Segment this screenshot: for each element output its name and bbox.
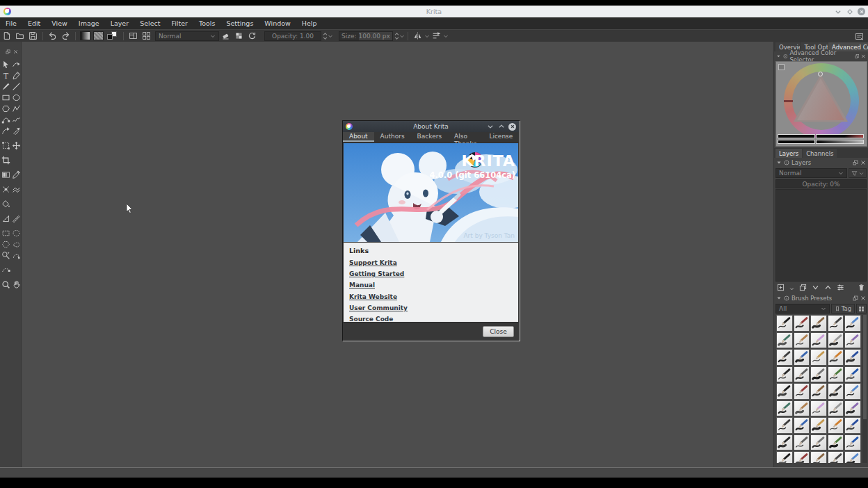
brush-preset-thumbnail[interactable] — [810, 315, 827, 332]
duplicate-layer-icon[interactable] — [799, 284, 807, 291]
preset-filter-dropdown[interactable]: All — [775, 304, 830, 314]
tab-about[interactable]: About — [343, 131, 374, 142]
chevron-down-icon[interactable] — [443, 33, 449, 39]
preset-scrollbar[interactable] — [862, 315, 867, 463]
menu-item-layer[interactable]: Layer — [105, 17, 135, 29]
brush-preset-thumbnail[interactable] — [844, 434, 861, 451]
brush-preset-thumbnail[interactable] — [776, 366, 793, 383]
brush-preset-thumbnail[interactable] — [810, 400, 827, 417]
tool-dynamic-brush[interactable] — [1, 126, 11, 136]
eraser-icon[interactable] — [220, 31, 232, 41]
tool-line[interactable] — [11, 81, 22, 92]
tab-also-thanks-to[interactable]: Also Thanks To — [448, 131, 483, 142]
brush-preset-thumbnail[interactable] — [844, 383, 861, 400]
tool-edit-shapes[interactable] — [11, 59, 22, 70]
brush-preset-thumbnail[interactable] — [828, 434, 844, 451]
brush-preset-thumbnail[interactable] — [828, 400, 844, 417]
display-mode-button[interactable] — [856, 304, 867, 314]
blend-mode-dropdown[interactable]: Normal — [155, 31, 219, 41]
brush-preset-thumbnail[interactable] — [828, 332, 844, 349]
wrap-around-icon[interactable] — [431, 31, 442, 41]
float-docker-icon[interactable] — [853, 160, 858, 165]
tool-pattern-edit[interactable] — [1, 184, 11, 195]
new-document-icon[interactable] — [1, 31, 13, 41]
brush-preset-thumbnail[interactable] — [844, 417, 861, 434]
tag-button[interactable]: Tag — [831, 304, 855, 314]
tool-assistants[interactable] — [1, 213, 11, 224]
brush-preset-thumbnail[interactable] — [794, 417, 810, 434]
layer-opacity-slider[interactable]: Opacity: 0% — [775, 179, 867, 188]
brush-preset-thumbnail[interactable] — [794, 366, 810, 383]
tool-move[interactable] — [11, 140, 22, 151]
tool-freehand-brush[interactable] — [1, 81, 11, 92]
brush-preset-thumbnail[interactable] — [844, 332, 861, 349]
menu-item-image[interactable]: Image — [73, 17, 105, 29]
brush-preset-thumbnail[interactable] — [810, 366, 827, 383]
brush-preset-thumbnail[interactable] — [794, 383, 810, 400]
menu-item-help[interactable]: Help — [296, 17, 323, 29]
move-layer-up-icon[interactable] — [824, 284, 832, 291]
menu-item-filter[interactable]: Filter — [166, 17, 193, 29]
brush-preset-thumbnail[interactable] — [794, 451, 810, 463]
brush-preset-thumbnail[interactable] — [828, 383, 844, 400]
tab-channels[interactable]: Channels — [803, 149, 837, 158]
menu-item-file[interactable]: File — [0, 17, 22, 29]
tab-authors[interactable]: Authors — [374, 131, 411, 142]
brush-preset-thumbnail[interactable] — [844, 400, 861, 417]
tool-magnetic-select[interactable] — [11, 250, 22, 261]
brush-preset-thumbnail[interactable] — [794, 315, 810, 332]
redo-icon[interactable] — [60, 31, 72, 41]
layers-docker-header[interactable]: Layers — [774, 158, 868, 167]
tool-rect-select[interactable] — [1, 228, 11, 238]
shade-strip[interactable] — [816, 140, 864, 144]
menu-item-edit[interactable]: Edit — [22, 17, 46, 29]
brush-preset-thumbnail[interactable] — [828, 349, 844, 366]
menu-item-view[interactable]: View — [46, 17, 73, 29]
brush-preset-thumbnail[interactable] — [828, 417, 844, 434]
float-docker-icon[interactable] — [6, 44, 10, 57]
foreground-background-swatches[interactable] — [107, 31, 118, 41]
brush-preset-thumbnail[interactable] — [828, 366, 844, 383]
pattern-chip[interactable] — [93, 31, 104, 40]
opacity-slider[interactable]: Opacity: 1.00 — [264, 31, 321, 41]
chevron-down-icon[interactable] — [399, 33, 405, 39]
brush-preset-thumbnail[interactable] — [844, 315, 861, 332]
tool-color-picker[interactable] — [11, 170, 22, 180]
tool-text[interactable]: T — [1, 70, 11, 81]
tool-zoom[interactable] — [1, 279, 11, 290]
layer-properties-icon[interactable] — [837, 284, 844, 291]
brush-preset-thumbnail[interactable] — [810, 417, 827, 434]
advanced-color-selector[interactable] — [775, 61, 867, 147]
tool-calligraphy[interactable] — [11, 70, 22, 81]
link-support-krita[interactable]: Support Krita — [349, 259, 513, 266]
tool-select-shapes[interactable] — [1, 59, 11, 70]
tool-gradient[interactable] — [1, 170, 11, 180]
brush-preset-thumbnail[interactable] — [776, 315, 793, 332]
brush-presets-header[interactable]: Brush Presets — [774, 293, 868, 302]
link-user-community[interactable]: User Community — [349, 304, 513, 311]
brush-preset-thumbnail[interactable] — [810, 349, 827, 366]
brush-preset-thumbnail[interactable] — [794, 349, 810, 366]
brush-preset-thumbnail[interactable] — [776, 349, 793, 366]
reload-icon[interactable] — [246, 31, 258, 41]
close-docker-icon[interactable] — [861, 54, 866, 59]
link-getting-started[interactable]: Getting Started — [349, 270, 513, 277]
tool-freehand-path[interactable] — [11, 115, 22, 125]
minimize-icon[interactable] — [834, 8, 842, 15]
close-icon[interactable] — [508, 123, 516, 131]
tool-ellipse-select[interactable] — [11, 228, 22, 238]
brush-preset-thumbnail[interactable] — [828, 315, 844, 332]
add-layer-icon[interactable] — [777, 284, 785, 291]
tool-polygon[interactable] — [1, 104, 11, 114]
shade-icon[interactable] — [486, 123, 494, 131]
chevron-down-icon[interactable] — [328, 33, 333, 39]
brush-preset-thumbnail[interactable] — [776, 332, 793, 349]
gradient-chip[interactable] — [80, 31, 90, 40]
brush-preset-thumbnail[interactable] — [828, 451, 844, 463]
tool-path-select[interactable] — [1, 265, 11, 275]
mirror-icon[interactable] — [412, 31, 424, 41]
tool-transform[interactable] — [1, 140, 11, 151]
close-icon[interactable] — [858, 8, 865, 15]
float-docker-icon[interactable] — [853, 295, 858, 301]
brush-preset-thumbnail[interactable] — [776, 451, 793, 463]
